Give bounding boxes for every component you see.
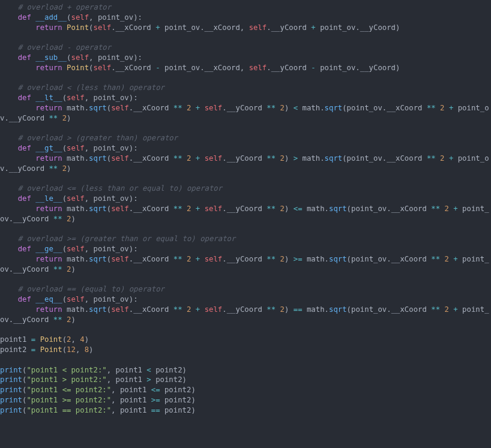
method-name: __gt__	[35, 144, 62, 152]
method-name: __add__	[35, 13, 67, 22]
method-name: __lt__	[35, 94, 62, 102]
comment: # overload - operator	[18, 43, 111, 52]
comment: # overload < (less than) operator	[18, 83, 164, 92]
comment: # overload + operator	[18, 3, 111, 11]
method-name: __le__	[35, 194, 62, 203]
method-name: __eq__	[35, 295, 62, 303]
var: point2	[0, 345, 26, 354]
comment: # overload >= (greater than or equal to)…	[18, 234, 236, 243]
comment: # overload == (equal to) operator	[18, 285, 164, 293]
kw-def: def	[18, 13, 31, 22]
param: point_ov	[98, 13, 133, 22]
comment: # overload > (greater than) operator	[18, 134, 178, 142]
self: self	[71, 13, 89, 22]
print-call: print	[0, 366, 22, 374]
kw-return: return	[35, 23, 62, 32]
method-name: __ge__	[35, 245, 62, 253]
comment: # overload <= (less than or equal to) op…	[18, 184, 223, 193]
code-block: # overload + operator def __add__(self, …	[0, 0, 491, 416]
method-name: __sub__	[35, 53, 67, 62]
class-point: Point	[67, 23, 89, 32]
var: point1	[0, 335, 26, 344]
